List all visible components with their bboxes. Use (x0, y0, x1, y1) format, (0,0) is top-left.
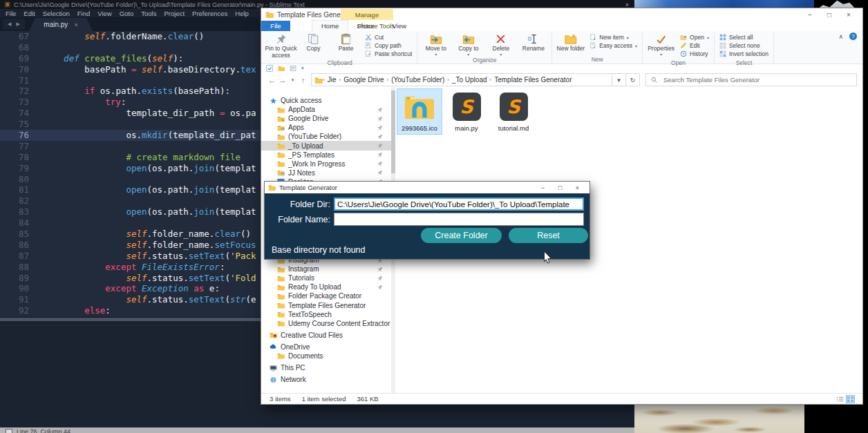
help-icon[interactable]: ? (849, 32, 857, 40)
menu-find[interactable]: Find (77, 10, 90, 17)
ribbon-history-button[interactable]: History (680, 50, 709, 57)
ribbon-open-button[interactable]: Open▾ (680, 34, 709, 41)
reset-button[interactable]: Reset (509, 228, 588, 243)
dialog-close-button[interactable]: × (569, 184, 586, 191)
tab-scroll-right-icon[interactable]: ▶ (17, 21, 20, 27)
ribbon-copy-path-button[interactable]: Copy path (365, 42, 412, 49)
sidebar-item-tutorials[interactable]: Tutorials (261, 273, 391, 282)
ribbon-move-to-button[interactable]: Move to▾ (419, 32, 452, 57)
tab-main-py[interactable]: main.py × (29, 18, 93, 31)
sidebar-item-label: This PC (281, 364, 305, 372)
ribbon-edit-button[interactable]: Edit (680, 42, 709, 49)
folder-icon (277, 320, 285, 327)
ribbon-invert-selection-button[interactable]: Invert selection (719, 50, 768, 57)
menu-tools[interactable]: Tools (141, 10, 156, 17)
sidebar-item-instagram[interactable]: Instagram (261, 264, 391, 273)
sidebar-item-ps-templates[interactable]: _PS Templates (261, 151, 391, 160)
qat-new-folder-icon[interactable] (290, 65, 296, 72)
ribbon-easy-access-button[interactable]: Easy access▾ (589, 42, 637, 49)
dialog-maximize-button[interactable]: □ (551, 184, 569, 191)
sidebar-item-network[interactable]: Network (261, 375, 391, 384)
ribbon-collapse-icon[interactable]: ∧ (838, 33, 843, 40)
breadcrumb[interactable]: ›Jie›Google Drive›(YouTube Folder)›_To U… (311, 73, 612, 86)
ribbon-copy-to-button[interactable]: Copy to▾ (452, 32, 484, 57)
large-icons-view-icon[interactable] (847, 396, 854, 403)
sidebar-item-work-in-progress[interactable]: _Work In Progress (261, 160, 391, 169)
close-button[interactable]: × (839, 8, 858, 21)
ribbon-paste-button[interactable]: Paste (330, 32, 362, 52)
menu-help[interactable]: Help (235, 10, 249, 17)
sidebar-item-to-upload[interactable]: _To Upload (261, 141, 391, 150)
breadcrumb-item-google-drive[interactable]: Google Drive (341, 76, 386, 84)
sidebar-item-udemy-course-content-extractor[interactable]: Udemy Course Content Extractor (261, 319, 391, 328)
ribbon-copy-button[interactable]: Copy (297, 32, 330, 52)
menu-edit[interactable]: Edit (23, 10, 35, 17)
breadcrumb-item-youtube-folder[interactable]: (YouTube Folder) (388, 76, 447, 84)
ribbon-select-none-button[interactable]: Select none (719, 42, 768, 49)
ribbon-cut-button[interactable]: Cut (365, 34, 412, 41)
sidebar-item-jj-notes[interactable]: JJ Notes (261, 169, 391, 177)
sidebar-item-ready-to-upload[interactable]: Ready To Upload (261, 282, 391, 291)
search-box[interactable] (645, 73, 857, 86)
tab-picture-tools[interactable]: Picture Tools (341, 21, 411, 31)
menu-project[interactable]: Project (164, 10, 185, 17)
search-input[interactable] (662, 75, 851, 84)
manage-contextual-tab[interactable]: Manage (341, 9, 393, 20)
file-tile-main-py[interactable]: Smain.py (444, 89, 489, 134)
sidebar-item-documents[interactable]: Documents (261, 352, 391, 360)
ribbon-properties-button[interactable]: Properties▾ (645, 32, 677, 57)
ribbon-new-item-button[interactable]: New item▾ (589, 34, 637, 41)
ribbon-paste-shortcut-button[interactable]: Paste shortcut (365, 50, 412, 57)
details-view-icon[interactable] (836, 396, 844, 403)
ribbon-pin-to-quick-access-button[interactable]: Pin to Quick access (265, 32, 297, 59)
menu-goto[interactable]: Goto (120, 10, 134, 17)
ribbon-rename-button[interactable]: Rename (517, 32, 549, 52)
refresh-icon[interactable]: ↻ (626, 73, 640, 86)
back-icon[interactable]: ← (267, 76, 277, 84)
up-icon[interactable]: ↑ (298, 76, 308, 84)
address-dropdown-icon[interactable]: ▾ (612, 73, 626, 86)
tab-scroll-left-icon[interactable]: ◀ (8, 21, 11, 27)
sidebar-item-apps[interactable]: Apps (261, 123, 391, 132)
sidebar-item-youtube-folder[interactable]: (YouTube Folder) (261, 132, 391, 141)
ribbon-new-folder-button[interactable]: New folder (554, 32, 587, 52)
ribbon-delete-button[interactable]: Delete▾ (484, 32, 517, 57)
sidebar-item-template-files-generator[interactable]: Template Files Generator (261, 300, 391, 309)
maximize-button[interactable]: □ (820, 8, 839, 21)
menu-file[interactable]: File (6, 10, 16, 17)
file-tile-2993665-ico[interactable]: 2993665.ico (397, 89, 442, 134)
minimize-button[interactable]: − (800, 8, 820, 21)
menu-selection[interactable]: Selection (43, 10, 70, 17)
qat-chevron-down-icon[interactable]: ▾ (301, 66, 304, 71)
sidebar-item-creative-cloud-files[interactable]: ∞Creative Cloud Files (261, 331, 391, 340)
folder-dir-field[interactable] (334, 198, 584, 211)
forward-icon[interactable]: → (277, 76, 287, 84)
folder-name-field[interactable] (334, 213, 584, 226)
recent-locations-icon[interactable]: ▾ (287, 77, 298, 83)
breadcrumb-item-jie[interactable]: Jie (325, 76, 339, 84)
sublime-window-title: C:\Users\Jie\Google Drive\(YouTube Folde… (14, 1, 305, 8)
dialog-minimize-button[interactable]: − (534, 184, 551, 191)
sidebar-item-onedrive[interactable]: OneDrive (261, 343, 391, 352)
tab-scroll-buttons[interactable]: ◀ ▶ (3, 19, 25, 30)
line-number: 67 (0, 31, 43, 42)
menu-view[interactable]: View (97, 10, 111, 17)
breadcrumb-item-template-files-generator[interactable]: Template Files Generator (491, 76, 574, 84)
sidebar-item-folder-package-creator[interactable]: Folder Package Creator (261, 291, 391, 300)
create-folder-button[interactable]: Create Folder (421, 228, 502, 243)
sidebar-item-this-pc[interactable]: This PC (261, 363, 391, 372)
sublime-close-button[interactable]: × (625, 1, 630, 8)
sidebar-item-texttospeech[interactable]: TextToSpeech (261, 310, 391, 319)
breadcrumb-item-to-upload[interactable]: _To Upload (449, 76, 490, 84)
qat-folder-icon[interactable] (278, 65, 285, 72)
menu-preferences[interactable]: Preferences (192, 10, 227, 17)
file-tile-tutorial-md[interactable]: Stutorial.md (491, 89, 536, 134)
tab-file[interactable]: File (261, 21, 290, 31)
dialog-titlebar[interactable]: Template Generator − □ × (265, 182, 589, 193)
tab-close-icon[interactable]: × (74, 21, 77, 28)
sidebar-item-quick-access[interactable]: Quick access (261, 96, 391, 105)
qat-properties-icon[interactable] (266, 65, 273, 72)
sidebar-item-appdata[interactable]: AppData (261, 105, 391, 114)
sidebar-item-google-drive[interactable]: Google Drive (261, 114, 391, 123)
ribbon-select-all-button[interactable]: Select all (719, 34, 768, 41)
